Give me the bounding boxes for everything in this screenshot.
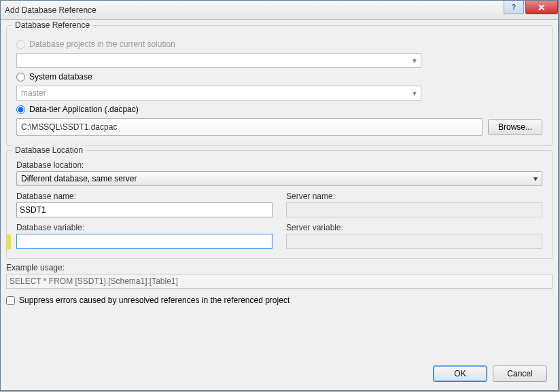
db-var-input[interactable] [16,234,273,249]
suppress-checkbox[interactable] [6,296,15,305]
db-var-label: Database variable: [16,223,273,232]
server-name-label: Server name: [286,192,542,201]
database-location-title: Database Location [12,145,86,155]
chevron-down-icon: ▾ [533,174,538,183]
location-combo[interactable]: Different database, same server ▾ [16,171,542,186]
example-label: Example usage: [6,263,553,272]
titlebar-buttons: ? ✕ [504,1,558,14]
help-button[interactable]: ? [504,1,524,14]
suppress-label: Suppress errors caused by unresolved ref… [19,296,290,305]
radio-dacpac-label: Data-tier Application (.dacpac) [29,105,139,114]
example-row: Example usage: SELECT * FROM [SSDT1].[Sc… [6,263,553,289]
radio-projects[interactable] [16,40,25,49]
footer-buttons: OK Cancel [433,366,547,382]
name-row: Database name: Server name: [16,192,542,217]
server-var-label: Server variable: [286,223,542,232]
radio-projects-label: Database projects in the current solutio… [29,39,175,49]
database-reference-group: Database Reference Database projects in … [6,25,553,146]
db-name-label: Database name: [16,192,273,201]
example-text: SELECT * FROM [SSDT1].[Schema1].[Table1] [10,277,178,286]
suppress-row: Suppress errors caused by unresolved ref… [6,296,553,305]
chevron-down-icon: ▼ [411,57,418,65]
database-location-group: Database Location Database location: Dif… [6,150,553,259]
system-combo-value: master [21,88,46,98]
highlight-bar [7,234,11,249]
example-box: SELECT * FROM [SSDT1].[Schema1].[Table1] [6,274,553,289]
radio-projects-row: Database projects in the current solutio… [16,39,542,49]
cancel-button[interactable]: Cancel [493,366,547,382]
window-title: Add Database Reference [5,5,97,15]
browse-button[interactable]: Browse... [488,119,542,135]
chevron-down-icon: ▼ [411,90,418,97]
location-label: Database location: [16,160,542,170]
dacpac-file-row: C:\MSSQL\SSDT1.dacpac Browse... [16,118,542,136]
server-var-input [286,234,542,249]
server-name-input [286,202,542,217]
dacpac-path-input[interactable]: C:\MSSQL\SSDT1.dacpac [16,118,483,136]
radio-system[interactable] [16,73,25,82]
radio-system-row: System database [16,72,542,82]
projects-combo[interactable]: ▼ [16,53,421,68]
radio-system-label: System database [29,72,92,82]
dacpac-path-text: C:\MSSQL\SSDT1.dacpac [21,122,117,132]
radio-dacpac[interactable] [16,105,25,114]
ok-button[interactable]: OK [433,366,487,382]
dialog-content: Database Reference Database projects in … [1,20,558,390]
system-combo[interactable]: master ▼ [16,86,421,101]
location-combo-value: Different database, same server [21,174,137,183]
database-reference-title: Database Reference [12,20,92,30]
titlebar: Add Database Reference ? ✕ [1,1,558,20]
dialog-window: Add Database Reference ? ✕ Database Refe… [0,0,559,391]
db-name-input[interactable] [16,202,273,217]
radio-dacpac-row: Data-tier Application (.dacpac) [16,105,542,114]
variable-row: Database variable: Server variable: [16,223,542,249]
close-button[interactable]: ✕ [525,1,558,14]
